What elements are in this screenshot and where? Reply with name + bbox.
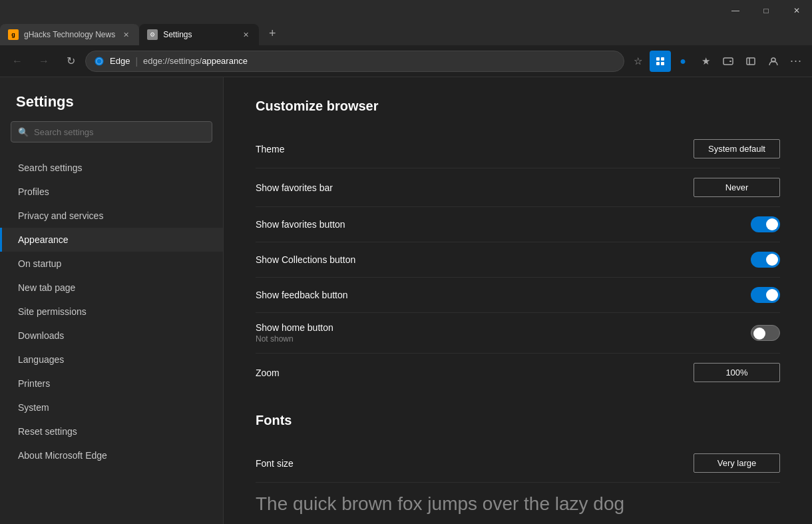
svg-rect-3 <box>661 62 664 65</box>
sidebar-item-system[interactable]: System <box>0 395 223 419</box>
setting-toggle-show-feedback-button[interactable] <box>751 287 780 303</box>
new-tab-button[interactable]: + <box>262 23 283 44</box>
setting-row-show-favorites-button: Show favorites button <box>256 207 780 242</box>
search-icon: 🔍 <box>18 127 29 137</box>
setting-toggle-show-home-button[interactable] <box>751 325 780 341</box>
address-divider: | <box>135 56 138 67</box>
setting-label-show-favorites-button: Show favorites button <box>256 219 345 230</box>
setting-label-zoom: Zoom <box>256 368 280 378</box>
favorites-button[interactable]: ★ <box>695 51 716 72</box>
tabbar: g gHacks Technology News ✕ ⚙ Settings ✕ … <box>0 21 812 45</box>
tab-title-ghacks: gHacks Technology News <box>24 30 115 39</box>
font-preview: The quick brown fox jumps over the lazy … <box>256 483 780 520</box>
address-path: appearance <box>202 56 248 66</box>
sidebar-item-downloads[interactable]: Downloads <box>0 324 223 348</box>
customize-browser-title: Customize browser <box>256 99 780 114</box>
sidebar-item-languages[interactable]: Languages <box>0 348 223 372</box>
setting-toggle-show-collections-button[interactable] <box>751 252 780 268</box>
setting-row-zoom: Zoom100% <box>256 354 780 392</box>
fonts-section: Fonts Font size Very large The quick bro… <box>256 413 780 524</box>
fonts-title: Fonts <box>256 413 780 428</box>
setting-dropdown-zoom[interactable]: 100% <box>694 363 780 382</box>
setting-dropdown-show-favorites-bar[interactable]: Never <box>694 178 780 197</box>
close-button[interactable]: ✕ <box>781 0 812 21</box>
main-layout: Settings 🔍 Search settingsProfilesPrivac… <box>0 77 812 524</box>
sidebar-item-profiles[interactable]: Profiles <box>0 180 223 204</box>
sidebar-toggle-button[interactable] <box>740 51 761 72</box>
nav-items-container: Search settingsProfilesPrivacy and servi… <box>0 156 223 467</box>
tab-settings[interactable]: ⚙ Settings ✕ <box>139 24 259 45</box>
collections-button[interactable] <box>650 51 671 72</box>
tab-favicon-ghacks: g <box>8 29 19 40</box>
svg-rect-1 <box>661 57 664 61</box>
sidebar-item-site-permissions[interactable]: Site permissions <box>0 300 223 324</box>
tab-close-settings[interactable]: ✕ <box>240 29 251 40</box>
setting-sublabel-show-home-button: Not shown <box>256 334 333 344</box>
setting-row-show-favorites-bar: Show favorites barNever <box>256 168 780 207</box>
setting-toggle-show-favorites-button[interactable] <box>751 216 780 232</box>
setting-row-show-home-button: Show home buttonNot shown <box>256 313 780 354</box>
sidebar-item-about[interactable]: About Microsoft Edge <box>0 443 223 467</box>
forward-button[interactable]: → <box>32 49 56 73</box>
setting-row-show-collections-button: Show Collections button <box>256 242 780 278</box>
svg-rect-2 <box>656 62 660 65</box>
sidebar-item-search-settings[interactable]: Search settings <box>0 156 223 180</box>
tab-ghacks[interactable]: g gHacks Technology News ✕ <box>0 24 139 45</box>
settings-rows: ThemeSystem defaultShow favorites barNev… <box>256 130 780 392</box>
tab-favicon-settings: ⚙ <box>147 29 158 40</box>
edge-label: Edge <box>110 56 130 66</box>
sidebar-item-printers[interactable]: Printers <box>0 372 223 395</box>
setting-label-show-favorites-bar: Show favorites bar <box>256 182 333 193</box>
sidebar-item-privacy[interactable]: Privacy and services <box>0 204 223 228</box>
svg-rect-0 <box>656 57 660 61</box>
content-area: Customize browser ThemeSystem defaultSho… <box>224 77 812 524</box>
edge-logo-icon <box>94 56 104 67</box>
sidebar-item-reset[interactable]: Reset settings <box>0 419 223 443</box>
setting-row-theme: ThemeSystem default <box>256 130 780 168</box>
customize-fonts-row[interactable]: Customize fonts › <box>256 520 780 524</box>
tab-title-settings: Settings <box>163 30 235 39</box>
font-size-dropdown[interactable]: Very large <box>694 453 780 473</box>
setting-label-theme: Theme <box>256 144 285 154</box>
search-input[interactable] <box>34 127 205 137</box>
address-text: edge://settings/appearance <box>143 56 248 66</box>
account-button[interactable] <box>763 51 784 72</box>
setting-label-show-feedback-button: Show feedback button <box>256 290 348 300</box>
tab-close-ghacks[interactable]: ✕ <box>120 29 131 40</box>
navbar: ← → ↻ Edge | edge://settings/appearance … <box>0 45 812 77</box>
svg-rect-5 <box>729 61 731 62</box>
address-bar[interactable]: Edge | edge://settings/appearance <box>85 51 624 72</box>
profile-icon-btn[interactable]: ● <box>672 51 694 72</box>
sidebar: Settings 🔍 Search settingsProfilesPrivac… <box>0 77 224 524</box>
sidebar-item-on-startup[interactable]: On startup <box>0 252 223 276</box>
setting-label-show-home-button: Show home button <box>256 322 333 333</box>
star-button[interactable]: ☆ <box>627 51 648 72</box>
titlebar: — □ ✕ <box>0 0 812 21</box>
setting-label-show-collections-button: Show Collections button <box>256 254 355 265</box>
navbar-actions: ☆ ● ★ <box>627 51 807 72</box>
menu-button[interactable]: ··· <box>785 51 807 72</box>
font-size-row: Font size Very large <box>256 444 780 483</box>
minimize-button[interactable]: — <box>720 0 751 21</box>
sidebar-item-appearance[interactable]: Appearance <box>0 228 223 252</box>
search-box[interactable]: 🔍 <box>11 121 212 142</box>
setting-row-show-feedback-button: Show feedback button <box>256 278 780 313</box>
maximize-button[interactable]: □ <box>751 0 781 21</box>
font-size-label: Font size <box>256 458 294 469</box>
refresh-button[interactable]: ↻ <box>59 49 83 73</box>
svg-rect-6 <box>747 58 755 65</box>
sidebar-title: Settings <box>0 93 223 121</box>
setting-dropdown-theme[interactable]: System default <box>694 139 780 158</box>
back-button[interactable]: ← <box>5 49 29 73</box>
wallet-button[interactable] <box>717 51 739 72</box>
sidebar-item-new-tab[interactable]: New tab page <box>0 276 223 300</box>
